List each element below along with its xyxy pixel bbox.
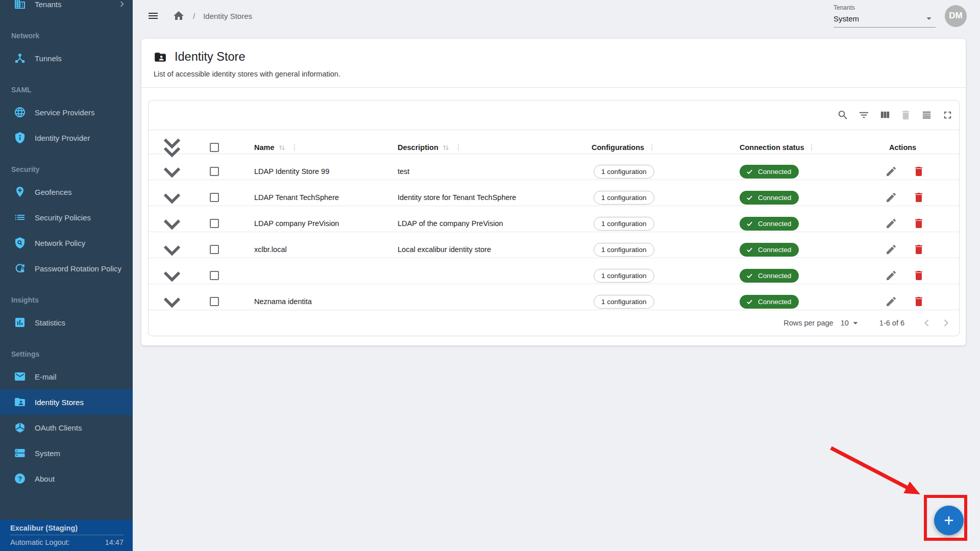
sidebar-item-oauth-clients[interactable]: OAuth Clients xyxy=(0,415,133,440)
density-button[interactable] xyxy=(921,109,933,121)
sidebar-item-geofences[interactable]: Geofences xyxy=(0,179,133,205)
sidebar-item-label: Tenants xyxy=(35,0,118,9)
sidebar-item-service-providers[interactable]: Service Providers xyxy=(0,99,133,125)
row-name: xclbr.local xyxy=(254,245,398,254)
sidebar-item-system[interactable]: System xyxy=(0,440,133,466)
delete-button[interactable] xyxy=(913,269,925,282)
card-header: Identity Store List of accessible identi… xyxy=(141,39,966,87)
previous-page-button[interactable] xyxy=(921,317,933,329)
sidebar-footer: Excalibur (Staging) Automatic Logout: 14… xyxy=(0,520,133,551)
column-header-actions: Actions xyxy=(885,143,959,152)
column-menu-icon[interactable] xyxy=(647,143,656,152)
check-icon xyxy=(746,272,753,280)
delete-button[interactable] xyxy=(913,243,925,256)
add-identity-store-button[interactable] xyxy=(934,506,964,535)
sidebar-item-network-policy[interactable]: Network Policy xyxy=(0,230,133,256)
main-area: / Identity Stores Tenants System DM Iden… xyxy=(133,0,980,551)
configurations-chip: 1 configuration xyxy=(594,295,654,309)
sidebar-item-e-mail[interactable]: E-mail xyxy=(0,364,133,389)
mail-icon xyxy=(14,370,26,383)
avatar[interactable]: DM xyxy=(945,5,967,27)
edit-button[interactable] xyxy=(885,295,897,308)
select-all-checkbox[interactable] xyxy=(210,143,219,152)
row-checkbox[interactable] xyxy=(210,297,219,306)
column-header-configurations: Configurations xyxy=(592,143,740,152)
pagination-range: 1-6 of 6 xyxy=(879,319,904,327)
card-divider xyxy=(141,87,966,88)
sidebar: Tenants NetworkTunnelsSAMLService Provid… xyxy=(0,0,133,551)
edit-button[interactable] xyxy=(885,269,897,282)
row-checkbox[interactable] xyxy=(210,271,219,280)
delete-button[interactable] xyxy=(913,217,925,230)
connection-status-badge: Connected xyxy=(740,243,799,257)
connection-status-badge: Connected xyxy=(740,295,799,309)
expand-row-icon[interactable] xyxy=(155,284,189,319)
sidebar-item-password-rotation-policy[interactable]: Password Rotation Policy xyxy=(0,256,133,281)
sidebar-item-security-policies[interactable]: Security Policies xyxy=(0,205,133,230)
list-icon xyxy=(14,211,26,223)
sidebar-item-tenants[interactable]: Tenants xyxy=(0,0,133,17)
cube-icon xyxy=(14,421,26,434)
pin-plus-icon xyxy=(14,186,26,198)
check-icon xyxy=(746,168,753,176)
row-checkbox[interactable] xyxy=(210,167,219,176)
delete-button xyxy=(900,109,912,121)
hamburger-menu-icon[interactable] xyxy=(147,10,159,22)
row-checkbox[interactable] xyxy=(210,193,219,202)
folder-account-icon xyxy=(14,396,26,408)
sidebar-item-identity-stores[interactable]: Identity Stores xyxy=(0,389,133,415)
row-name: Neznama identita xyxy=(254,297,398,306)
delete-button[interactable] xyxy=(913,191,925,204)
row-checkbox[interactable] xyxy=(210,219,219,228)
building-icon xyxy=(14,0,26,10)
sidebar-item-tunnels[interactable]: Tunnels xyxy=(0,45,133,71)
column-header-name[interactable]: Name xyxy=(254,143,398,153)
next-page-button[interactable] xyxy=(940,317,952,329)
identity-store-card: Identity Store List of accessible identi… xyxy=(141,39,966,345)
table-body: LDAP Identity Store 99test1 configuratio… xyxy=(149,154,959,310)
folder-account-icon xyxy=(154,51,167,64)
table-row: xclbr.localLocal excalibur identity stor… xyxy=(149,232,959,258)
sidebar-item-about[interactable]: ?About xyxy=(0,466,133,491)
search-button[interactable] xyxy=(837,109,849,121)
sidebar-section-header-network: Network xyxy=(0,26,133,45)
tenant-select[interactable]: Tenants System xyxy=(834,4,936,28)
check-icon xyxy=(746,194,753,202)
row-checkbox[interactable] xyxy=(210,245,219,254)
column-menu-icon[interactable] xyxy=(807,143,816,152)
table-footer: Rows per page 10 1-6 of 6 xyxy=(149,310,959,336)
check-icon xyxy=(746,220,753,228)
rows-per-page-select[interactable]: 10 xyxy=(841,317,861,329)
tenant-select-value: System xyxy=(834,14,859,23)
column-menu-icon[interactable] xyxy=(290,143,299,152)
sidebar-item-identity-provider[interactable]: Identity Provider xyxy=(0,125,133,151)
columns-button[interactable] xyxy=(879,109,891,121)
connection-status-badge: Connected xyxy=(740,191,799,205)
column-header-description[interactable]: Description xyxy=(398,143,592,153)
check-icon xyxy=(746,298,753,306)
table-row: LDAP Identity Store 99test1 configuratio… xyxy=(149,154,959,180)
row-description: test xyxy=(398,167,592,176)
home-icon[interactable] xyxy=(173,10,185,22)
plus-icon xyxy=(942,514,955,527)
table-row: LDAP Tenant TechSphereIdentity store for… xyxy=(149,180,959,206)
device-hub-icon xyxy=(14,52,26,64)
breadcrumb-separator: / xyxy=(193,12,195,20)
row-description: Identity store for Tenant TechSphere xyxy=(398,193,592,202)
auto-logout-label: Automatic Logout: xyxy=(10,538,70,546)
edit-button[interactable] xyxy=(885,217,897,230)
edit-button[interactable] xyxy=(885,165,897,178)
sidebar-item-statistics[interactable]: Statistics xyxy=(0,310,133,335)
sidebar-section-header-settings: Settings xyxy=(0,344,133,364)
column-menu-icon[interactable] xyxy=(454,143,463,152)
rotate-lock-icon xyxy=(14,262,26,274)
delete-button[interactable] xyxy=(913,295,925,308)
edit-button[interactable] xyxy=(885,191,897,204)
fullscreen-button[interactable] xyxy=(942,109,953,121)
table-header-row: NameDescriptionConfigurationsConnection … xyxy=(149,130,959,154)
connection-status-badge: Connected xyxy=(740,217,799,231)
delete-button[interactable] xyxy=(913,165,925,178)
row-description: LDAP of the company PreVision xyxy=(398,219,592,228)
filter-button[interactable] xyxy=(858,109,870,121)
edit-button[interactable] xyxy=(885,243,897,256)
